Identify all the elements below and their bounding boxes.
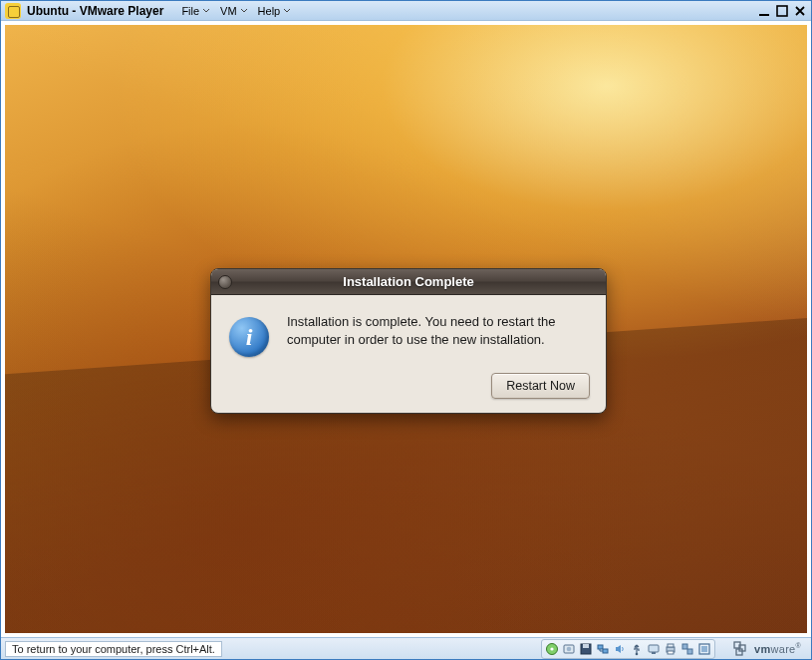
maximize-button[interactable] <box>775 4 789 18</box>
status-bar: To return to your computer, press Ctrl+A… <box>1 637 811 659</box>
usb-icon[interactable] <box>629 641 645 657</box>
svg-rect-14 <box>668 644 674 647</box>
info-icon: i <box>229 317 269 357</box>
window-controls <box>757 4 807 18</box>
vm-viewport[interactable]: Installation Complete i Installation is … <box>5 25 807 633</box>
svg-rect-7 <box>583 644 589 648</box>
restart-now-button[interactable]: Restart Now <box>491 373 590 399</box>
svg-rect-16 <box>682 644 687 649</box>
vmware-brand-text: vmware® <box>754 642 801 655</box>
vmware-app-icon <box>5 3 21 19</box>
printer-icon[interactable] <box>663 641 678 657</box>
dialog-titlebar[interactable]: Installation Complete <box>211 269 606 295</box>
chevron-down-icon <box>202 8 210 13</box>
floppy-icon[interactable] <box>578 641 594 657</box>
device-tray <box>541 639 715 659</box>
installation-complete-dialog: Installation Complete i Installation is … <box>210 268 607 414</box>
menu-vm[interactable]: VM <box>216 3 252 19</box>
svg-point-5 <box>567 646 572 651</box>
cdrom-icon[interactable] <box>544 641 560 657</box>
close-button[interactable] <box>793 4 807 18</box>
dialog-buttons: Restart Now <box>211 373 606 413</box>
svg-rect-11 <box>649 645 659 652</box>
svg-rect-19 <box>701 646 707 652</box>
minimize-button[interactable] <box>757 4 771 18</box>
svg-rect-12 <box>652 652 656 654</box>
svg-rect-17 <box>687 649 692 654</box>
svg-rect-1 <box>777 6 787 16</box>
hard-disk-icon[interactable] <box>561 641 577 657</box>
menu-file[interactable]: File <box>177 3 214 19</box>
sound-icon[interactable] <box>612 641 628 657</box>
svg-point-10 <box>636 652 639 655</box>
minimize-icon <box>758 5 770 17</box>
dialog-message: Installation is complete. You need to re… <box>287 313 586 357</box>
menu-file-label: File <box>181 5 199 17</box>
menu-vm-label: VM <box>220 5 237 17</box>
maximize-icon <box>776 5 788 17</box>
title-bar: Ubuntu - VMware Player File VM Help <box>1 1 811 21</box>
vmware-brand[interactable]: vmware® <box>727 641 807 657</box>
menu-help-label: Help <box>258 5 281 17</box>
vmware-player-window: Ubuntu - VMware Player File VM Help <box>0 0 812 660</box>
svg-rect-8 <box>598 645 603 649</box>
svg-rect-9 <box>603 649 608 653</box>
status-hint: To return to your computer, press Ctrl+A… <box>5 641 222 657</box>
vmware-logo-icon <box>733 641 749 657</box>
svg-rect-15 <box>668 651 674 654</box>
svg-rect-0 <box>759 14 769 16</box>
dialog-close-button[interactable] <box>218 275 232 289</box>
dialog-body: i Installation is complete. You need to … <box>211 295 606 373</box>
fullscreen-icon[interactable] <box>696 641 712 657</box>
chevron-down-icon <box>283 8 291 13</box>
menu-bar: File VM Help <box>177 3 295 19</box>
menu-help[interactable]: Help <box>254 3 296 19</box>
dialog-title: Installation Complete <box>211 274 606 289</box>
close-icon <box>794 5 806 17</box>
display-icon[interactable] <box>646 641 662 657</box>
svg-point-3 <box>550 647 553 650</box>
network-icon[interactable] <box>595 641 611 657</box>
window-title: Ubuntu - VMware Player <box>27 4 163 18</box>
chevron-down-icon <box>240 8 248 13</box>
unity-icon[interactable] <box>679 641 695 657</box>
